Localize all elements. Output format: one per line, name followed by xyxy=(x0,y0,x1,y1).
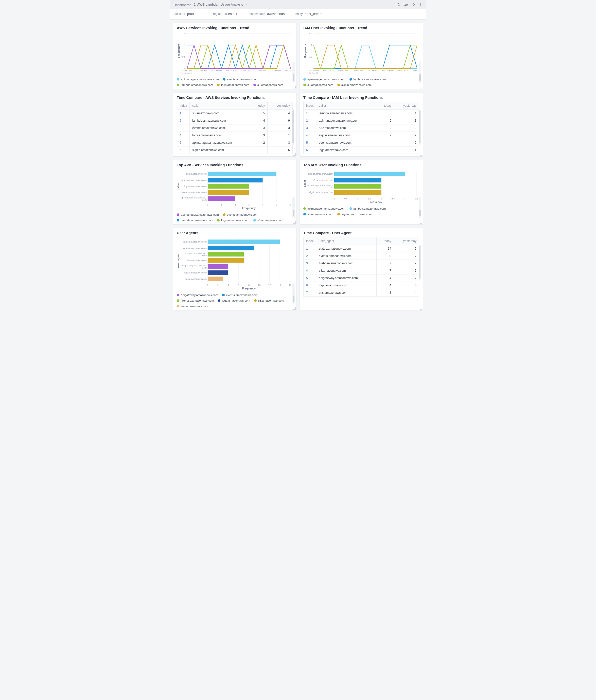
legend-item[interactable]: lambda.amazonaws.com xyxy=(177,219,213,222)
table-header[interactable]: today xyxy=(250,102,268,109)
legend-item[interactable]: lambda.amazonaws.com xyxy=(177,83,213,86)
table-row[interactable]: 3events.amazonaws.com33 xyxy=(177,124,293,132)
table-row[interactable]: 5events.amazonaws.com2 xyxy=(304,139,419,146)
table-row[interactable]: 1states.amazonaws.com146 xyxy=(304,245,419,253)
table-header[interactable]: Index xyxy=(304,102,316,109)
table-row[interactable]: 3firehose.amazonaws.com77 xyxy=(304,260,419,267)
more-button[interactable] xyxy=(419,3,423,7)
table-row[interactable]: 5apimanager.amazonaws.com23 xyxy=(177,139,293,146)
table-header[interactable]: yesterday xyxy=(394,102,419,109)
resize-handle[interactable] xyxy=(420,86,422,88)
filter-namespace[interactable]: namespace aws/lambda xyxy=(249,12,284,16)
table-cell: 2 xyxy=(377,124,394,132)
legend-item[interactable]: apimanager.amazonaws.com xyxy=(303,207,345,210)
time-picker[interactable]: -24h xyxy=(396,3,408,7)
legend-item[interactable]: events.amazonaws.com xyxy=(223,213,258,216)
legend-item[interactable]: s3.amazonaws.com xyxy=(303,83,333,86)
svg-text:3: 3 xyxy=(404,197,405,200)
panel-iam_compare: Time Compare - IAM User Invoking Functio… xyxy=(300,92,423,157)
table-row[interactable]: 4signin.amazonaws.com22 xyxy=(304,132,419,139)
legend-label: s3.amazonaws.com xyxy=(257,219,283,222)
legend-scrollbar[interactable] xyxy=(292,197,295,218)
table-cell: 3 xyxy=(304,124,316,132)
legend-item[interactable]: sns.amazonaws.com xyxy=(177,305,208,308)
table-header[interactable]: today xyxy=(377,102,394,109)
legend-item[interactable]: logs.amazonaws.com xyxy=(218,299,250,302)
legend-item[interactable]: s3.amazonaws.com xyxy=(303,213,333,216)
filter-region[interactable]: region us-east-1 xyxy=(213,12,239,16)
table-header[interactable]: today xyxy=(376,237,394,245)
table-scrollbar[interactable] xyxy=(419,245,421,281)
resize-handle[interactable] xyxy=(420,221,422,224)
table-row[interactable]: 1lambda.amazonaws.com34 xyxy=(304,109,419,117)
table-row[interactable]: 5apigateway.amazonaws.com47 xyxy=(304,275,419,282)
legend-item[interactable]: s3.amazonaws.com xyxy=(253,219,283,222)
breadcrumb-root[interactable]: Dashboards xyxy=(173,3,191,7)
resize-handle[interactable] xyxy=(293,221,296,224)
table-row[interactable]: 2lambda.amazonaws.com49 xyxy=(177,117,293,124)
legend-item[interactable]: lambda.amazonaws.com xyxy=(349,207,386,210)
filter-entity[interactable]: entity after_create xyxy=(295,12,322,16)
legend-item[interactable]: signin.amazonaws.com xyxy=(337,213,372,216)
table-row[interactable]: 2apimanager.amazonaws.com21 xyxy=(304,117,419,124)
resize-handle[interactable] xyxy=(420,307,422,310)
legend-item[interactable]: logs.amazonaws.com xyxy=(217,83,249,86)
svg-text:2.5: 2.5 xyxy=(391,197,395,200)
table-row[interactable]: 1s3.amazonaws.com54 xyxy=(177,109,293,117)
legend-item[interactable]: s3.amazonaws.com xyxy=(254,299,284,302)
chart-legend: apimanager.amazonaws.comlambda.amazonaws… xyxy=(303,207,419,216)
svg-text:caller: caller xyxy=(177,183,180,190)
legend-item[interactable]: lambda.amazonaws.com xyxy=(349,78,386,81)
table-cell: 3 xyxy=(250,124,268,132)
legend-scrollbar[interactable] xyxy=(419,61,421,83)
table-header[interactable]: Index xyxy=(177,102,190,109)
legend-scrollbar[interactable] xyxy=(292,283,295,304)
table-header[interactable]: user_agent xyxy=(316,237,376,245)
refresh-button[interactable] xyxy=(412,3,416,7)
table-row[interactable]: 2events.amazonaws.com97 xyxy=(304,253,419,260)
legend-item[interactable]: apimanager.amazonaws.com xyxy=(177,213,219,216)
resize-handle[interactable] xyxy=(293,307,296,310)
legend-item[interactable]: apimanager.amazonaws.com xyxy=(303,78,345,81)
legend-scrollbar[interactable] xyxy=(292,61,295,83)
time-range-label: -24h xyxy=(401,3,408,7)
svg-rect-86 xyxy=(334,178,381,182)
table-row[interactable]: 4logs.amazonaws.com31 xyxy=(177,132,293,139)
table-scrollbar[interactable] xyxy=(419,110,421,145)
table-row[interactable]: 6signin.amazonaws.com6 xyxy=(177,146,293,154)
chevron-down-icon[interactable]: ▾ xyxy=(246,4,247,6)
table-header[interactable]: yesterday xyxy=(268,102,293,109)
table-row[interactable]: 6logs.amazonaws.com1 xyxy=(304,146,419,154)
table-row[interactable]: 4s3.amazonaws.com75 xyxy=(304,267,419,275)
legend-item[interactable]: events.amazonaws.com xyxy=(222,293,257,296)
panel-grid: AWS Services Invoking Functions - Trend0… xyxy=(170,20,426,313)
table-scrollbar[interactable] xyxy=(292,110,294,145)
table-header[interactable]: caller xyxy=(316,102,377,109)
resize-handle[interactable] xyxy=(293,153,296,156)
table-row[interactable]: 6logs.amazonaws.com46 xyxy=(304,282,419,289)
legend-label: firehose.amazonaws.com xyxy=(181,299,214,302)
dashboard-name[interactable]: 2. AWS Lambda - Usage Analysis xyxy=(194,3,243,7)
table-row[interactable]: 7sns.amazonaws.com34 xyxy=(304,289,419,296)
legend-scrollbar[interactable] xyxy=(419,197,421,218)
legend-item[interactable]: signin.amazonaws.com xyxy=(337,83,372,86)
table-cell: s3.amazonaws.com xyxy=(316,267,376,275)
svg-rect-61 xyxy=(208,190,249,195)
legend-item[interactable]: s3.amazonaws.com xyxy=(253,83,283,86)
filter-account[interactable]: account prod xyxy=(174,12,202,16)
legend-label: logs.amazonaws.com xyxy=(222,299,250,302)
table-header[interactable]: caller xyxy=(190,102,250,109)
resize-handle[interactable] xyxy=(293,86,296,88)
legend-item[interactable]: events.amazonaws.com xyxy=(223,78,258,81)
table-cell: 5 xyxy=(250,109,268,117)
legend-item[interactable]: apigateway.amazonaws.com xyxy=(177,293,218,296)
legend-item[interactable]: firehose.amazonaws.com xyxy=(177,299,214,302)
legend-item[interactable]: logs.amazonaws.com xyxy=(217,219,249,222)
table-row[interactable]: 3s3.amazonaws.com22 xyxy=(304,124,419,132)
table-header[interactable]: yesterday xyxy=(394,237,419,245)
table-cell: 7 xyxy=(394,275,419,282)
resize-handle[interactable] xyxy=(420,153,422,156)
legend-swatch xyxy=(218,299,220,302)
legend-item[interactable]: apimanager.amazonaws.com xyxy=(177,78,219,81)
table-header[interactable]: Index xyxy=(304,237,316,245)
